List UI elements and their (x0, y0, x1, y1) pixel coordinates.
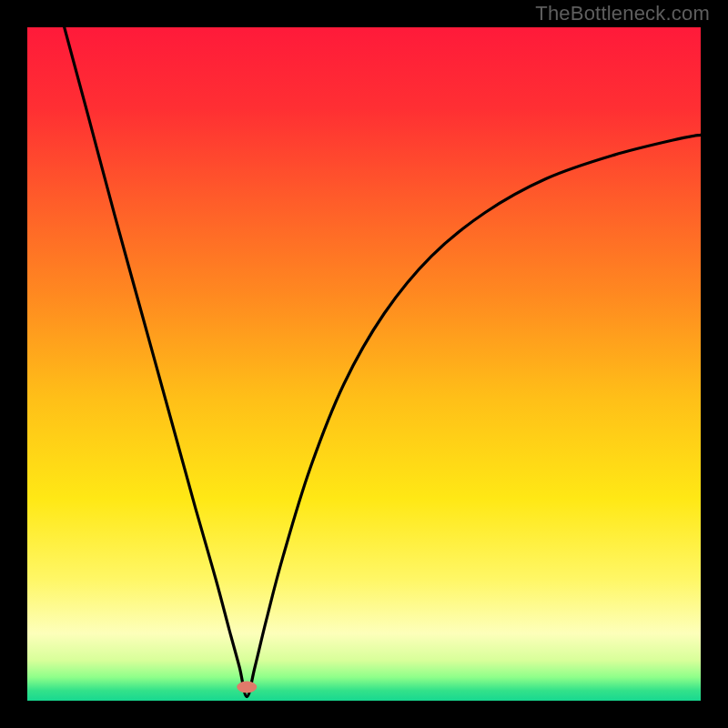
chart-background-gradient (27, 27, 701, 701)
optimum-marker (237, 682, 257, 693)
bottleneck-chart (27, 27, 701, 701)
watermark-text: TheBottleneck.com (535, 2, 710, 25)
chart-frame (27, 27, 701, 701)
